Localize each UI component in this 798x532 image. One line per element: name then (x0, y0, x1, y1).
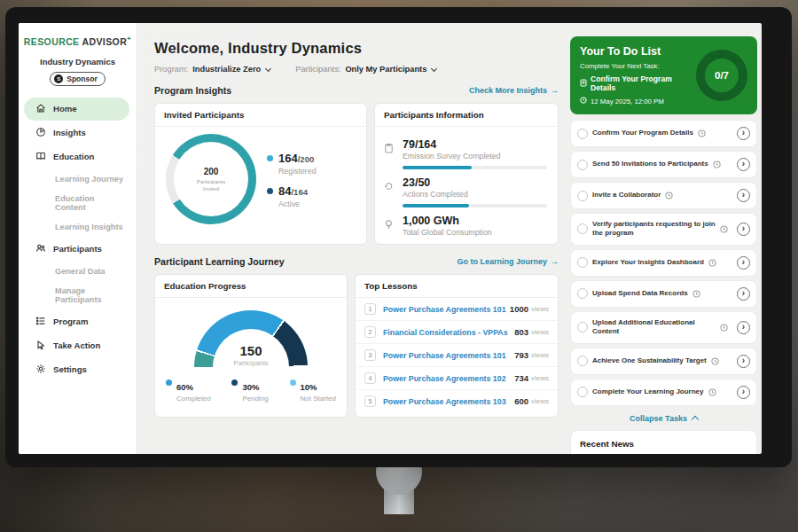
task-go-button[interactable]: › (737, 127, 750, 140)
insights-cards-row: Invited Participants 200 Participants In… (154, 103, 559, 245)
task-checkbox[interactable] (577, 191, 588, 201)
dashboard-screen: RESOURCE ADVISOR+ Industry Dynamics S Sp… (19, 23, 762, 454)
sidebar-item-program[interactable]: Program (24, 310, 129, 333)
lesson-link[interactable]: Power Purchase Agreements 102 (383, 374, 514, 383)
sidebar-item-take-action[interactable]: Take Action (24, 334, 129, 357)
clock-icon (720, 225, 728, 233)
recent-news-card: Recent News (570, 430, 757, 454)
task-row-verify-participants[interactable]: Verify participants requesting to join t… (570, 213, 757, 246)
chevron-up-icon (692, 416, 699, 423)
sidebar-item-education[interactable]: Education (24, 145, 129, 168)
task-row-complete-learning-journey[interactable]: Complete Your Learning Journey › (570, 379, 757, 406)
sidebar-item-insights[interactable]: Insights (24, 121, 129, 145)
sidebar-item-label: General Data (55, 267, 106, 276)
sidebar-item-learning-insights[interactable]: Learning Insights (24, 217, 129, 237)
todo-progress-value: 0/7 (715, 70, 729, 81)
logo-primary: RESOURCE (24, 36, 80, 47)
legend-dot (267, 155, 273, 161)
insights-icon (35, 127, 46, 139)
lesson-rank: 2 (364, 326, 376, 338)
card-title: Top Lessons (356, 275, 558, 298)
sidebar-item-label: Education Content (55, 194, 94, 212)
task-go-button[interactable]: › (737, 321, 750, 334)
task-row-invite-collaborator[interactable]: Invite a Collaborator › (570, 182, 757, 209)
program-filter-label: Program: (154, 65, 188, 74)
todo-title: Your To Do List (580, 45, 691, 58)
task-go-button[interactable]: › (737, 355, 750, 368)
sidebar-item-settings[interactable]: Settings (24, 358, 129, 381)
lesson-row: 1 Power Purchase Agreements 101 1000 vie… (356, 298, 558, 321)
task-checkbox[interactable] (577, 288, 588, 299)
sidebar-item-home[interactable]: Home (24, 98, 129, 121)
people-icon (35, 243, 46, 255)
lesson-link[interactable]: Financial Considerations - VPPAs (383, 328, 514, 337)
task-go-button[interactable]: › (737, 287, 750, 301)
top-lessons-card: Top Lessons 1 Power Purchase Agreements … (355, 274, 559, 418)
actions-completed-progress (403, 204, 547, 207)
invited-donut-chart: 200 Participants Invited (166, 134, 256, 224)
lesson-link[interactable]: Power Purchase Agreements 101 (383, 351, 514, 360)
todo-due-date: 12 May 2025, 12:00 PM (580, 97, 691, 106)
collapse-tasks-link[interactable]: Collapse Tasks (570, 414, 757, 423)
todo-progress-ring: 0/7 (696, 50, 747, 101)
arrow-right-icon: → (551, 86, 559, 95)
task-checkbox[interactable] (577, 257, 588, 268)
check-more-insights-link[interactable]: Check More Insights → (469, 86, 559, 95)
sponsor-badge: S Sponsor (50, 72, 105, 86)
list-icon (35, 316, 46, 328)
task-checkbox[interactable] (577, 322, 588, 332)
task-checkbox[interactable] (577, 129, 588, 139)
task-checkbox[interactable] (577, 160, 588, 170)
clock-icon (713, 160, 721, 168)
go-to-learning-journey-link[interactable]: Go to Learning Journey → (457, 257, 559, 266)
sidebar-item-general-data[interactable]: General Data (24, 262, 129, 281)
sidebar-item-label: Take Action (53, 340, 100, 350)
sidebar-item-label: Participants (53, 244, 102, 254)
legend-dot (166, 379, 172, 386)
task-go-button[interactable]: › (737, 189, 750, 202)
clipboard-icon (384, 138, 395, 169)
task-go-button[interactable]: › (737, 386, 750, 399)
task-go-button[interactable]: › (737, 158, 750, 171)
sidebar-item-manage-participants[interactable]: Manage Participants (24, 281, 129, 309)
sidebar-item-label: Settings (53, 364, 87, 374)
task-row-send-invitations[interactable]: Send 50 Invitations to Participants › (570, 151, 757, 178)
task-row-explore-insights[interactable]: Explore Your Insights Dashboard › (570, 249, 757, 277)
lesson-rank: 3 (364, 349, 376, 361)
task-checkbox[interactable] (577, 387, 588, 397)
home-icon (35, 103, 46, 115)
todo-next-task: Confirm Your Program Details (580, 74, 691, 92)
lesson-link[interactable]: Power Purchase Agreements 101 (383, 305, 510, 314)
lesson-row: 2 Financial Considerations - VPPAs 803 v… (356, 321, 558, 344)
task-list: Confirm Your Program Details › Send 50 I… (570, 120, 757, 410)
cursor-icon (35, 340, 46, 352)
sidebar-item-learning-journey[interactable]: Learning Journey (24, 169, 129, 189)
sidebar-item-label: Manage Participants (55, 286, 102, 304)
task-checkbox[interactable] (577, 223, 588, 234)
sidebar-item-participants[interactable]: Participants (24, 238, 129, 261)
lesson-link[interactable]: Power Purchase Agreements 103 (383, 397, 514, 406)
sponsor-badge-icon: S (54, 74, 63, 83)
app-logo: RESOURCE ADVISOR+ (19, 35, 137, 47)
sidebar-item-education-content[interactable]: Education Content (24, 189, 129, 217)
card-title: Education Progress (155, 275, 347, 298)
participants-filter[interactable]: Participants: Only My Participants (295, 65, 436, 74)
task-row-achieve-target[interactable]: Achieve One Sustainability Target › (570, 348, 757, 375)
sidebar-item-label: Learning Insights (55, 223, 123, 231)
section-title: Participant Learning Journey (154, 256, 285, 267)
monitor-bezel: RESOURCE ADVISOR+ Industry Dynamics S Sp… (5, 7, 792, 467)
task-go-button[interactable]: › (737, 223, 750, 236)
task-checkbox[interactable] (577, 356, 588, 366)
sidebar-item-label: Home (53, 104, 77, 113)
logo-plus: + (127, 35, 131, 43)
task-row-upload-educational-content[interactable]: Upload Additional Educational Content › (570, 311, 757, 344)
clock-icon (580, 97, 587, 106)
actions-completed-metric: 23/50 Actions Completed (384, 176, 547, 207)
arrow-right-icon: → (551, 257, 559, 266)
task-row-upload-spend-data[interactable]: Upload Spend Data Records › (570, 280, 757, 308)
education-progress-card: Education Progress 150 Participants (154, 274, 348, 418)
program-filter[interactable]: Program: Industrialize Zero (154, 65, 270, 74)
task-row-confirm-program[interactable]: Confirm Your Program Details › (570, 120, 757, 147)
legend-pending: 30% Pending (231, 378, 268, 403)
task-go-button[interactable]: › (737, 256, 750, 270)
